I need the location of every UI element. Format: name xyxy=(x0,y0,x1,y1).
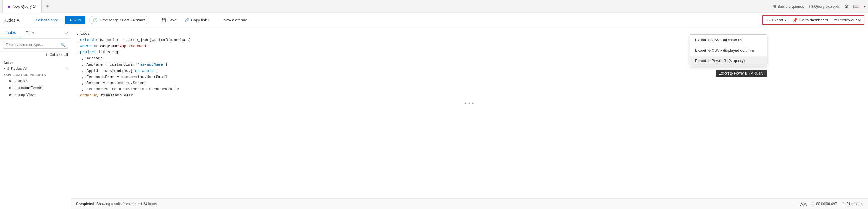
workspace-name: Kudos-AI xyxy=(4,18,30,23)
active-section-label: Active xyxy=(0,59,71,65)
book-icon[interactable]: 📖 xyxy=(853,4,859,9)
link-icon: 🔗 xyxy=(185,18,189,22)
status-time: ⏱ 00:00:00.697 xyxy=(811,202,837,206)
code-token: "App Feedback" xyxy=(117,43,150,50)
export-button[interactable]: ↔ Export ▾ xyxy=(763,16,789,24)
new-tab-button[interactable]: + xyxy=(43,2,52,11)
star-icon[interactable]: ☆ xyxy=(65,66,68,71)
search-wrap: 🔍 xyxy=(3,41,68,49)
code-token: , AppName = customdims.[ xyxy=(82,62,137,68)
pin-label: Pin to dashboard xyxy=(799,18,828,22)
status-records: 🗋 31 records xyxy=(842,202,863,206)
sidebar-tabs: Tables Filter « xyxy=(0,27,71,38)
export-powerbi-button[interactable]: Export to Power BI (M query) xyxy=(690,56,767,66)
code-token: extend xyxy=(80,37,94,43)
editor-dots: ••• xyxy=(76,99,863,109)
time-range-button[interactable]: 🕐 Time range : Last 24 hours xyxy=(89,16,149,24)
pin-to-dashboard-button[interactable]: 📌 Pin to dashboard xyxy=(789,16,831,24)
active-tab[interactable]: ◆ New Query 1* xyxy=(2,0,41,13)
query-explorer-button[interactable]: ⬡ Query explorer xyxy=(809,4,840,9)
status-right: ⋀⋀ ⏱ 00:00:00.697 🗋 31 records xyxy=(800,202,863,206)
sidebar-item-customevents[interactable]: ▶ ⊞ customEvents xyxy=(0,84,71,91)
sidebar-tree: Active ▾ ⊙ Kudos-AI ☆ ▾ APPLICATION INSI… xyxy=(0,58,71,209)
pipe-icon: | xyxy=(76,93,78,99)
tab-title: New Query 1* xyxy=(12,4,36,9)
sample-queries-button[interactable]: ⊞ Sample queries xyxy=(773,4,804,9)
collapse-sidebar-button[interactable]: « xyxy=(62,28,71,38)
prettify-button[interactable]: ≡ Prettify query xyxy=(831,16,864,24)
pin-icon: 📌 xyxy=(793,18,798,23)
code-token: , message xyxy=(82,56,103,62)
pageviews-chevron-icon: ▶ xyxy=(9,93,12,96)
code-line-11: | order by timestamp desc xyxy=(76,93,863,99)
workspace-chevron-icon: ▾ xyxy=(4,67,5,70)
prettify-icon: ≡ xyxy=(834,18,837,23)
sidebar-item-traces[interactable]: ▶ ⊞ traces xyxy=(0,78,71,84)
workspace-name-label: Kudos-AI xyxy=(11,66,64,71)
code-token: traces xyxy=(76,31,90,37)
search-input[interactable] xyxy=(3,41,68,49)
status-completed-label: Completed. xyxy=(76,202,95,206)
traces-chevron-icon: ▶ xyxy=(9,79,12,83)
right-toolbar-section: ↔ Export ▾ 📌 Pin to dashboard ≡ Prettify… xyxy=(763,15,864,25)
collapse-all-icon: ⫼ xyxy=(45,53,48,57)
overflow-chevron-icon[interactable]: ▾ xyxy=(864,4,866,9)
time-value: 00:00:00.697 xyxy=(816,202,837,206)
code-token: ] xyxy=(156,68,158,74)
toolbar: Kudos-AI Select Scope ▶ Run 🕐 Time range… xyxy=(0,13,868,27)
save-button[interactable]: 💾 Save xyxy=(159,16,179,24)
export-powerbi-tooltip: Export to Power BI (M query) xyxy=(716,70,768,77)
code-token: customdims = parse_json(customDimensions… xyxy=(94,37,191,43)
code-token: 'ms-appId' xyxy=(133,68,156,74)
tab-tables[interactable]: Tables xyxy=(0,27,21,38)
code-token: message == xyxy=(92,43,117,50)
collapse-all-label: Collapse all xyxy=(50,53,68,57)
sidebar-search-area: 🔍 xyxy=(0,38,71,51)
run-label: Run xyxy=(74,18,81,22)
code-token: project xyxy=(80,49,96,56)
traces-label: traces xyxy=(18,79,68,83)
export-icon: ↔ xyxy=(766,18,770,23)
table-icon-customevents: ⊞ xyxy=(13,86,17,90)
alert-icon: ＋ xyxy=(218,18,222,23)
code-token: , FeedbackValue = customdims.FeedbackVal… xyxy=(82,86,179,93)
tab-bar: ◆ New Query 1* + ⊞ Sample queries ⬡ Quer… xyxy=(0,0,868,13)
save-label: Save xyxy=(167,18,177,22)
pageviews-label: pageViews xyxy=(18,92,68,97)
export-group: ↔ Export ▾ 📌 Pin to dashboard ≡ Prettify… xyxy=(763,15,864,25)
pipe-icon: | xyxy=(76,37,78,43)
grid-icon: ⊞ xyxy=(773,4,776,9)
collapse-results-button[interactable]: ⋀⋀ xyxy=(800,202,807,206)
export-csv-all-button[interactable]: Export to CSV - all columns xyxy=(690,35,767,45)
code-token: , Screen = customdims.Screen xyxy=(82,80,147,86)
tab-actions: ⊞ Sample queries ⬡ Query explorer ⚙ 📖 ▾ xyxy=(773,4,866,9)
status-bar: Completed. Showing results from the last… xyxy=(71,198,868,209)
query-explorer-label: Query explorer xyxy=(814,4,840,9)
table-icon-pageviews: ⊞ xyxy=(13,93,17,97)
export-csv-displayed-button[interactable]: Export to CSV - displayed columns xyxy=(690,45,767,56)
export-dropdown: Export to CSV - all columns Export to CS… xyxy=(690,34,767,66)
code-token: , AppId = customdims.[ xyxy=(82,68,133,74)
sidebar-item-pageviews[interactable]: ▶ ⊞ pageViews xyxy=(0,91,71,98)
time-range-label: Time range : Last 24 hours xyxy=(99,18,145,22)
code-token: timestamp xyxy=(96,49,119,56)
run-button[interactable]: ▶ Run xyxy=(65,16,86,24)
code-token: 'ms-appName' xyxy=(137,62,165,68)
new-alert-button[interactable]: ＋ New alert rule xyxy=(216,16,249,24)
prettify-label: Prettify query xyxy=(838,18,861,22)
copy-link-button[interactable]: 🔗 Copy link ▾ xyxy=(182,16,212,24)
table-icon-traces: ⊞ xyxy=(13,79,17,83)
editor-area: traces | extend customdims = parse_json(… xyxy=(71,27,868,209)
section-label: APPLICATION INSIGHTS xyxy=(5,73,46,77)
records-value: 31 records xyxy=(846,202,863,206)
settings-icon[interactable]: ⚙ xyxy=(844,4,848,9)
sample-queries-label: Sample queries xyxy=(778,4,804,9)
run-icon: ▶ xyxy=(70,18,72,22)
tree-workspace-item[interactable]: ▾ ⊙ Kudos-AI ☆ xyxy=(0,65,71,72)
select-scope-button[interactable]: Select Scope xyxy=(34,17,61,24)
search-icon: 🔍 xyxy=(61,43,65,47)
collapse-all-button[interactable]: ⫼ Collapse all xyxy=(0,51,71,58)
clock-icon: 🕐 xyxy=(93,18,98,22)
records-icon: 🗋 xyxy=(842,202,845,206)
tab-filter[interactable]: Filter xyxy=(21,28,39,38)
